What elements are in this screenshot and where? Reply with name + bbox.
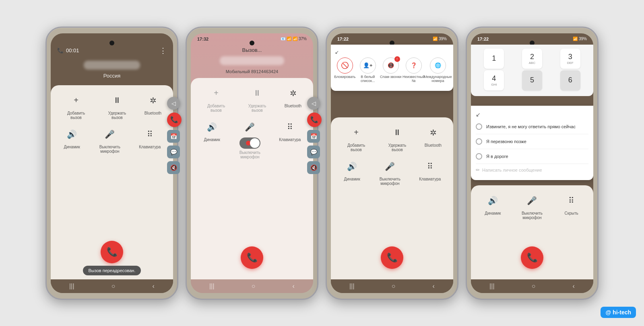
key-2[interactable]: 2 ABC — [522, 49, 542, 69]
dialpad-row-2: 4 GHI 5 6 — [475, 70, 589, 90]
nav-recents-4[interactable]: ||| — [489, 283, 494, 290]
nav-home-2[interactable]: ○ — [252, 283, 256, 290]
key-4[interactable]: 4 GHI — [484, 70, 504, 90]
bluetooth-label-2: Bluetooth — [285, 104, 301, 108]
nav-recents-2[interactable]: ||| — [209, 283, 214, 290]
response-text-3: Я в дороге — [486, 154, 508, 159]
nav-recents-3[interactable]: ||| — [349, 283, 354, 290]
sms-btn-1[interactable]: 💬 — [167, 146, 180, 158]
speaker-btn-3[interactable]: 🔊 Динамик — [343, 158, 361, 181]
menu-arrow-3: ↙ — [334, 49, 450, 55]
call-phone-icon-1: 📞 — [57, 47, 64, 53]
nav-back-4[interactable]: ‹ — [573, 283, 575, 290]
radio-3[interactable] — [476, 153, 482, 160]
more-options-1[interactable]: ⋮ — [159, 46, 167, 55]
menu-row-3: 🚫 Блокировать 👤+ В белый список... 📵 ! С… — [334, 57, 450, 83]
nav-bar-1: ||| ○ ‹ — [51, 279, 173, 293]
mute-btn-4[interactable]: 🎤 Выключить микрофон — [518, 192, 546, 220]
nav-recents-1[interactable]: ||| — [69, 283, 74, 290]
speaker-btn-4[interactable]: 🔊 Динамик — [484, 192, 502, 215]
nav-back-1[interactable]: ‹ — [153, 283, 155, 290]
hold-btn-1[interactable]: ⏸ Удержать вызов — [103, 92, 131, 120]
hold-label-3: Удержать вызов — [383, 143, 411, 152]
decline-btn-1[interactable]: 📞 — [167, 113, 182, 127]
radio-2[interactable] — [476, 138, 482, 145]
block-btn-3[interactable]: 🚫 Блокировать — [334, 57, 355, 79]
bluetooth-icon-3: ✲ — [424, 124, 442, 141]
mute-btn-3[interactable]: 🎤 Выключить микрофон — [376, 158, 404, 186]
mute-float-btn-2[interactable]: 🔇 — [307, 161, 320, 174]
keypad-btn-2[interactable]: ⠿ Клавиатура — [279, 118, 301, 142]
mute-icon-3: 🎤 — [381, 158, 399, 175]
hold-icon-2: ⏸ — [248, 84, 266, 102]
keypad-icon-3: ⠿ — [421, 158, 439, 175]
decline-btn-2[interactable]: 📞 — [307, 113, 322, 127]
nav-back-3[interactable]: ‹ — [433, 283, 435, 290]
whitelist-btn-3[interactable]: 👤+ В белый список... — [356, 57, 380, 83]
contact-blur-1 — [84, 61, 140, 70]
mute-label-2: Выключить микрофон — [236, 150, 264, 159]
contact-number-2: Мобильный 89124463424 — [226, 69, 278, 74]
add-call-btn-2[interactable]: + Добавить вызов — [202, 84, 230, 113]
nav-bar-3: ||| ○ ‹ — [331, 279, 453, 293]
swipe-btn-1[interactable]: ◁ — [167, 97, 180, 110]
calendar-btn-2[interactable]: 📅 — [307, 130, 320, 143]
nav-home-1[interactable]: ○ — [111, 283, 116, 290]
keypad-label-1: Клавиатура — [139, 145, 161, 149]
response-opt-3[interactable]: Я в дороге — [476, 151, 588, 162]
key-5[interactable]: 5 — [522, 70, 542, 90]
controls-panel-4: 🔊 Динамик 🎤 Выключить микрофон ⠿ Скрыть — [471, 185, 593, 279]
status-icons-3: 📶 39% — [433, 37, 447, 41]
divider-2 — [476, 149, 588, 149]
mute-float-btn-1[interactable]: 🔇 — [167, 161, 180, 174]
mute-label-1: Выключить микрофон — [96, 145, 124, 154]
key-1[interactable]: 1 — [484, 49, 504, 69]
intl-btn-3[interactable]: 🌐 Международные номера — [426, 57, 450, 83]
logo-text: hi-tech — [613, 309, 631, 316]
bluetooth-btn-1[interactable]: ✲ Bluetooth — [144, 92, 162, 115]
add-call-btn-1[interactable]: + Добавить вызов — [62, 92, 90, 120]
mute-toggle-2[interactable] — [239, 137, 260, 149]
hide-btn-4[interactable]: ⠿ Скрыть — [563, 192, 580, 215]
sms-btn-2[interactable]: 💬 — [307, 146, 320, 158]
hold-btn-2[interactable]: ⏸ Удержать вызов — [243, 84, 271, 113]
hold-icon-3: ⏸ — [388, 124, 406, 141]
end-call-btn-2[interactable]: 📞 — [241, 246, 263, 269]
phone-2: 17:32 📧 📶 📶 37% Вызов... Мобильный 89124… — [186, 27, 318, 300]
keypad-btn-1[interactable]: ⠿ Клавиатура — [139, 125, 161, 149]
radio-1[interactable] — [476, 123, 482, 130]
nav-back-2[interactable]: ‹ — [293, 283, 295, 290]
end-call-btn-1[interactable]: 📞 — [101, 241, 123, 263]
speaker-btn-1[interactable]: 🔊 Динамик — [63, 125, 81, 149]
hide-icon-4: ⠿ — [563, 192, 580, 209]
end-call-btn-4[interactable]: 📞 — [521, 246, 543, 269]
controls-row-32: 🔊 Динамик 🎤 Выключить микрофон ⠿ Клавиат… — [336, 158, 448, 186]
mute-btn-1[interactable]: 🎤 Выключить микрофон — [96, 125, 124, 154]
response-opt-2[interactable]: Я перезвоню позже — [476, 136, 588, 147]
spam-btn-3[interactable]: 📵 ! Спам-звонки — [380, 57, 401, 79]
hold-btn-3[interactable]: ⏸ Удержать вызов — [383, 124, 411, 152]
speaker-icon-3: 🔊 — [343, 158, 361, 175]
bluetooth-btn-3[interactable]: ✲ Bluetooth — [424, 124, 442, 148]
keypad-btn-3[interactable]: ⠿ Клавиатура — [419, 158, 441, 181]
nav-home-4[interactable]: ○ — [532, 283, 536, 290]
key-3[interactable]: 3 DEF — [560, 49, 580, 69]
whitelist-icon-3: 👤+ — [360, 57, 376, 74]
key-6[interactable]: 6 — [560, 70, 580, 90]
add-call-btn-3[interactable]: + Добавить вызов — [342, 124, 370, 152]
calendar-btn-1[interactable]: 📅 — [167, 130, 180, 143]
bluetooth-btn-2[interactable]: ✲ Bluetooth — [284, 84, 302, 108]
response-input-4[interactable]: ✏ Написать личное сообщение — [476, 166, 588, 174]
keypad-icon-2: ⠿ — [281, 118, 299, 136]
whitelist-label-3: В белый список... — [356, 75, 380, 83]
unknown-btn-3[interactable]: ❓ Неизвестный № — [402, 57, 426, 83]
end-call-btn-3[interactable]: 📞 — [381, 246, 403, 269]
mute-btn-2[interactable]: 🎤 Выключить микрофон — [236, 118, 264, 159]
status-toast-1: Вызов переадресован. — [83, 266, 141, 275]
phones-container: 📞 00:01 ⋮ Россия + Добавить вызов — [37, 18, 607, 308]
pencil-icon-4: ✏ — [476, 167, 480, 173]
speaker-btn-2[interactable]: 🔊 Динамик — [203, 118, 221, 142]
response-opt-1[interactable]: Извините, я не могу ответить прямо сейча… — [476, 121, 588, 132]
nav-home-3[interactable]: ○ — [392, 283, 396, 290]
swipe-btn-2[interactable]: ◁ — [307, 97, 320, 110]
